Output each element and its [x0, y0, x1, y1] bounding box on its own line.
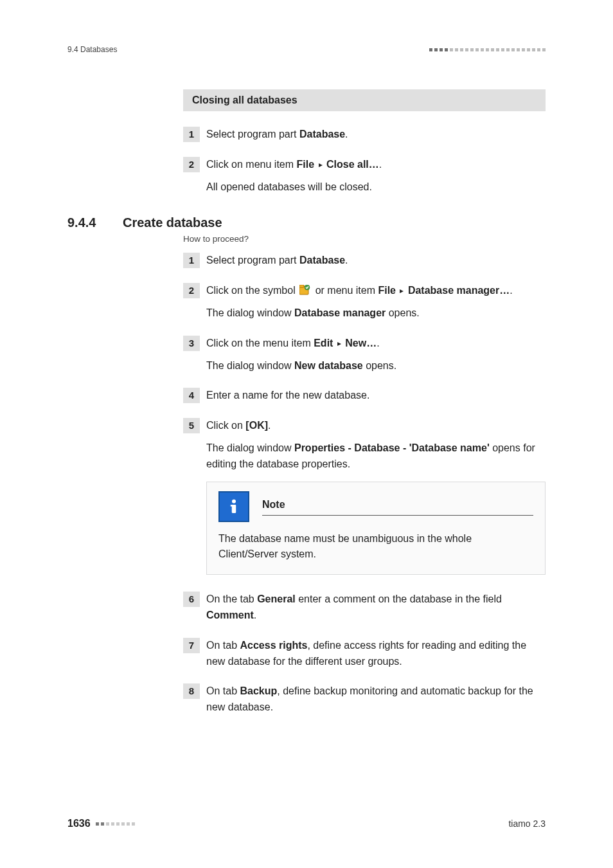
footer-ornament: [96, 822, 135, 826]
text: Click on menu item: [206, 159, 297, 170]
section-heading-row: 9.4.4 Create database: [67, 215, 546, 230]
step-number: 3: [183, 336, 200, 351]
bold-text: Database: [299, 129, 345, 140]
text: Click on: [206, 420, 245, 431]
menu-arrow-icon: ▸: [398, 286, 405, 295]
bold-text: Comment: [206, 610, 254, 620]
page-header: 9.4 Databases: [67, 45, 546, 54]
step-number: 4: [183, 388, 200, 403]
text: .: [377, 338, 379, 348]
bold-text: Close all…: [326, 159, 379, 170]
create-step-8: 8 On tab Backup, define backup monitorin…: [183, 683, 546, 716]
text: .: [345, 255, 348, 266]
text: .: [254, 610, 256, 620]
note-body: The database name must be unambiguous in…: [218, 531, 533, 563]
step-number: 1: [183, 253, 200, 268]
product-name: tiamo 2.3: [508, 818, 546, 829]
create-step-1: 1 Select program part Database.: [183, 253, 546, 269]
header-section-ref: 9.4 Databases: [67, 45, 117, 54]
bold-text: General: [257, 593, 296, 604]
text: The dialog window: [206, 360, 294, 371]
bold-text: File: [378, 285, 396, 296]
bold-text: Database manager…: [408, 285, 510, 296]
step-number: 2: [183, 283, 200, 298]
text: Select program part: [206, 255, 299, 266]
how-to-proceed-label: How to proceed?: [183, 234, 546, 244]
header-ornament: [429, 48, 546, 51]
step-number: 5: [183, 418, 200, 433]
text: .: [268, 420, 271, 431]
menu-arrow-icon: ▸: [336, 339, 342, 348]
bold-text: Database manager: [294, 307, 386, 318]
menu-arrow-icon: ▸: [317, 160, 324, 169]
create-step-5: 5 Click on [OK]. The dialog window Prope…: [183, 418, 546, 575]
text: or menu item: [315, 285, 378, 296]
bold-text: Backup: [240, 685, 277, 696]
text: The dialog window: [206, 307, 294, 318]
step-number: 6: [183, 592, 200, 607]
text: Click on the symbol: [206, 285, 298, 296]
closing-all-databases-heading: Closing all databases: [183, 89, 546, 111]
text: opens.: [386, 307, 419, 318]
text: On the tab: [206, 593, 257, 604]
step-number: 8: [183, 683, 200, 699]
text: Select program part: [206, 129, 299, 140]
step-number: 7: [183, 638, 200, 653]
section-title: Create database: [123, 215, 222, 230]
section-number: 9.4.4: [67, 215, 123, 230]
create-step-4: 4 Enter a name for the new database.: [183, 388, 546, 404]
svg-rect-1: [299, 285, 304, 287]
page-number: 1636: [67, 818, 91, 829]
note-box: Note The database name must be unambiguo…: [206, 482, 546, 575]
closing-step-2: 2 Click on menu item File ▸ Close all…. …: [183, 157, 546, 195]
create-step-3: 3 Click on the menu item Edit ▸ New…. Th…: [183, 336, 546, 374]
text: opens.: [363, 360, 396, 371]
text: Click on the menu item: [206, 338, 314, 348]
create-step-6: 6 On the tab General enter a comment on …: [183, 592, 546, 624]
text: All opened databases will be closed.: [206, 179, 382, 195]
database-manager-icon: [299, 284, 311, 294]
text: enter a comment on the database in the f…: [296, 593, 502, 604]
svg-rect-5: [231, 505, 234, 507]
bold-text: Access rights: [240, 640, 307, 651]
page-footer: 1636 tiamo 2.3: [67, 818, 546, 829]
text: On tab: [206, 640, 240, 651]
text: On tab: [206, 685, 240, 696]
create-step-2: 2 Click on the symbol or menu item File …: [183, 283, 546, 321]
bold-text: Properties - Database - 'Database name': [294, 442, 490, 453]
text: .: [510, 285, 512, 296]
bold-text: [OK]: [245, 420, 268, 431]
step-number: 2: [183, 157, 200, 172]
bold-text: New database: [294, 360, 363, 371]
text: Enter a name for the new database.: [206, 388, 369, 404]
closing-step-1: 1 Select program part Database.: [183, 127, 546, 143]
bold-text: File: [297, 159, 315, 170]
text: .: [379, 159, 382, 170]
bold-text: New…: [345, 338, 377, 348]
note-title: Note: [262, 499, 285, 510]
step-number: 1: [183, 127, 200, 142]
create-step-7: 7 On tab Access rights, define access ri…: [183, 638, 546, 670]
svg-point-3: [232, 499, 236, 503]
text: .: [345, 129, 348, 140]
bold-text: Database: [299, 255, 345, 266]
text: The dialog window: [206, 442, 294, 453]
info-icon: [218, 491, 249, 522]
bold-text: Edit: [314, 338, 333, 348]
